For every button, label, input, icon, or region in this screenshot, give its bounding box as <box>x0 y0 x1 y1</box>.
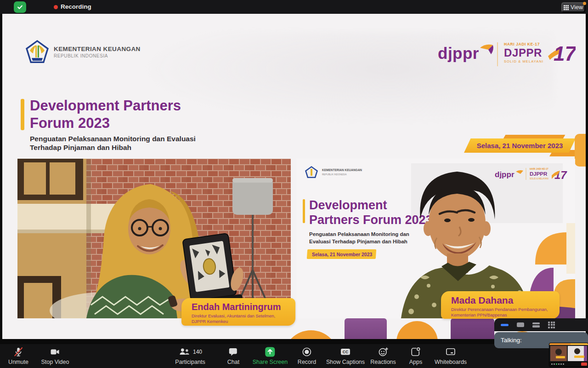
svg-text:SOLID & MELAYANI: SOLID & MELAYANI <box>530 178 548 180</box>
svg-text:djppr: djppr <box>495 170 514 179</box>
svg-text:Evaluasi Terhadap Pinjaman dan: Evaluasi Terhadap Pinjaman dan Hibah <box>309 239 407 244</box>
gallery-view-icon[interactable] <box>548 322 555 328</box>
captions-icon: CC <box>339 346 351 357</box>
recording-dot-icon <box>54 5 58 9</box>
ministry-name-block: KEMENTERIAN KEUANGAN REPUBLIK INDONESIA <box>54 46 141 58</box>
stop-video-label: Stop Video <box>41 359 69 365</box>
djppr-wordmark: djppr <box>438 44 479 63</box>
shared-screen: KEMENTERIAN KEUANGAN REPUBLIK INDONESIA … <box>2 14 586 339</box>
thumbnail-banner <box>549 343 588 345</box>
svg-text:REPUBLIK INDONESIA: REPUBLIK INDONESIA <box>322 173 347 176</box>
svg-text:HARI JADI KE-17: HARI JADI KE-17 <box>530 167 548 170</box>
layout-switcher <box>494 318 588 331</box>
share-screen-label: Share Screen <box>253 359 288 365</box>
slide-title: Development Partners Forum 2023 <box>30 97 181 132</box>
svg-text:Penguatan Pelaksanaan Monitori: Penguatan Pelaksanaan Monitoring dan <box>309 231 409 237</box>
svg-text:KEMENTERIAN KEUANGAN: KEMENTERIAN KEUANGAN <box>322 168 362 172</box>
left-video-scene <box>17 159 291 318</box>
participants-label: Participants <box>175 359 205 365</box>
record-icon <box>301 346 312 357</box>
brand-divider <box>497 42 498 66</box>
speaker-tag-mada: Mada Dahana Direktur Perencanaan Pendana… <box>441 291 560 319</box>
participants-count: 140 <box>193 349 202 355</box>
minimal-view-icon[interactable] <box>501 324 509 326</box>
zoom-meeting-window: Recording View KEMENTERIAN KEUANGAN REPU… <box>0 0 588 368</box>
share-screen-icon <box>265 346 276 357</box>
anniversary-org: DJPPR <box>504 47 543 58</box>
gallery-grid-icon <box>564 5 569 10</box>
meeting-thumbnail[interactable] <box>549 343 588 367</box>
speaker-name: Endah Martiningrum <box>192 302 289 312</box>
apps-icon <box>410 346 421 357</box>
svg-text:17: 17 <box>554 42 576 65</box>
ministry-sub: REPUBLIK INDONESIA <box>54 53 141 58</box>
check-icon <box>17 4 23 11</box>
chat-button[interactable]: Chat <box>227 346 239 365</box>
chat-label: Chat <box>227 359 239 365</box>
slide-subtitle-line1: Penguatan Pelaksanaan Monitoring dan Eva… <box>30 134 196 143</box>
title-accent-bar <box>21 99 24 130</box>
stacked-view-icon[interactable] <box>532 322 540 328</box>
unmute-button[interactable]: Unmute <box>8 346 28 365</box>
record-label: Record <box>298 359 316 365</box>
thumbnail-nametag <box>574 356 584 358</box>
show-captions-button[interactable]: CC Show Captions <box>326 346 365 365</box>
svg-text:CC: CC <box>343 350 348 354</box>
slide-subtitle: Penguatan Pelaksanaan Monitoring dan Eva… <box>30 134 196 152</box>
reactions-button[interactable]: Reactions <box>370 346 396 365</box>
deco-purple-block <box>345 318 387 339</box>
thumbnail-left-tile <box>550 346 567 361</box>
participants-icon <box>178 346 190 357</box>
svg-text:DJPPR: DJPPR <box>530 171 548 177</box>
thumbnail-nametag <box>556 356 565 358</box>
record-button[interactable]: Record <box>298 346 316 365</box>
deco-purple-block <box>451 318 494 339</box>
svg-text:17: 17 <box>554 169 567 181</box>
speaker-view-icon[interactable] <box>517 322 524 327</box>
djppr-arrow-icon <box>479 42 495 56</box>
camera-icon <box>50 346 61 357</box>
microphone-muted-icon <box>13 346 23 357</box>
ministry-name: KEMENTERIAN KEUANGAN <box>54 46 141 52</box>
stop-video-button[interactable]: Stop Video <box>41 346 69 365</box>
slide-title-line2: Forum 2023 <box>30 115 181 132</box>
window-title-bar: Recording View <box>0 0 588 14</box>
anniversary-tagline: HARI JADI KE-17 <box>504 42 543 46</box>
kemenkeu-pentagon-icon <box>25 40 49 64</box>
thumbnail-right-tile <box>568 346 587 361</box>
kemenkeu-logo-block: KEMENTERIAN KEUANGAN REPUBLIK INDONESIA <box>25 40 141 64</box>
show-captions-label: Show Captions <box>326 359 365 365</box>
notification-dot <box>583 2 586 5</box>
meeting-security-icon[interactable] <box>14 1 26 13</box>
anniversary-block: HARI JADI KE-17 DJPPR SOLID & MELAYANI <box>504 42 543 63</box>
recording-indicator: Recording <box>61 3 91 10</box>
svg-text:Development: Development <box>309 198 387 212</box>
speaker-role: Direktur Perencanaan Pendanaan Pembangun… <box>451 307 553 318</box>
svg-text:Selasa, 21 November 2023: Selasa, 21 November 2023 <box>312 252 372 257</box>
reactions-icon <box>378 346 389 357</box>
whiteboard-icon <box>445 346 456 357</box>
view-button[interactable]: View <box>561 2 585 12</box>
anniversary-motto: SOLID & MELAYANI <box>504 60 543 63</box>
date-ribbon: Selasa, 21 November 2023 <box>464 138 576 153</box>
unmute-label: Unmute <box>8 359 28 365</box>
reactions-label: Reactions <box>370 359 396 365</box>
thumbnail-decor <box>584 346 587 361</box>
slide-subtitle-line2: Terhadap Pinjaman dan Hibah <box>30 143 196 152</box>
share-screen-button[interactable]: Share Screen <box>253 346 288 365</box>
participants-button[interactable]: 140 Participants <box>175 346 205 365</box>
anniversary-17-logo: 17 <box>545 38 576 66</box>
apps-button[interactable]: Apps <box>409 346 423 365</box>
thumbnail-figure <box>555 349 562 355</box>
thumbnail-leave-button <box>581 362 587 366</box>
whiteboards-button[interactable]: Whiteboards <box>435 346 467 365</box>
chat-icon <box>228 346 239 357</box>
speaker-name: Mada Dahana <box>451 295 553 306</box>
deco-orange-arch <box>396 321 438 339</box>
slide-title-line1: Development Partners <box>30 97 181 115</box>
video-feed-endah[interactable] <box>17 159 291 318</box>
edge-decoration <box>575 134 586 167</box>
talking-label: Talking: <box>501 337 522 344</box>
deco-orange-circle <box>283 330 339 339</box>
whiteboards-label: Whiteboards <box>435 359 467 365</box>
